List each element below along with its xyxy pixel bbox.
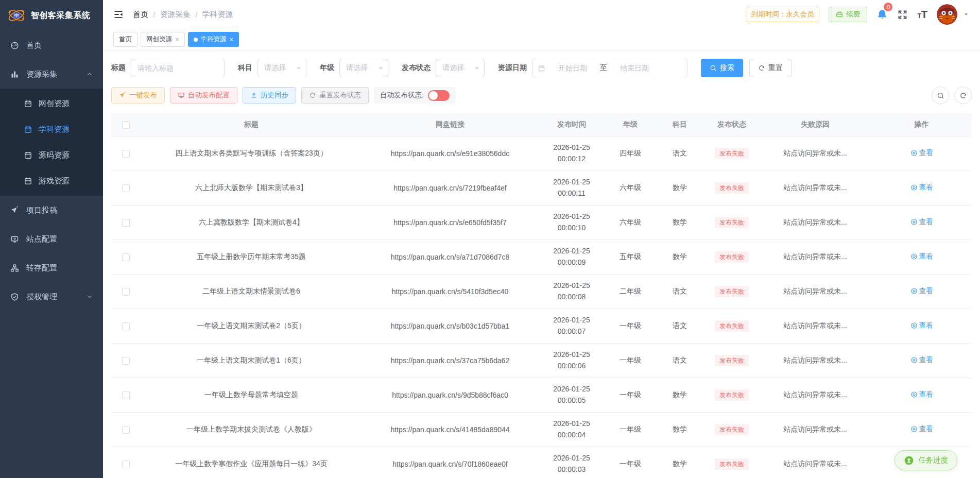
view-label: 查看 — [919, 424, 933, 434]
publish-date: 2026-01-25 — [541, 418, 603, 430]
history-sync-button[interactable]: 历史同步 — [243, 87, 296, 104]
chevron-down-icon — [87, 294, 93, 300]
column-header-标题: 标题 — [140, 113, 363, 136]
cell-status: 发布失败 — [704, 412, 759, 447]
expire-time-badge: 到期时间：永久会员 — [746, 7, 820, 22]
sidebar-item-home[interactable]: 首页 — [0, 31, 103, 60]
renew-button[interactable]: 续费 — [829, 7, 867, 22]
sidebar-item-source-code-resource[interactable]: 源码资源 — [0, 142, 103, 168]
view-label: 查看 — [919, 148, 933, 158]
calendar-icon — [24, 151, 32, 160]
auto-publish-toggle[interactable] — [428, 90, 450, 101]
cell-actions: 查看 — [871, 170, 972, 205]
status-badge: 发布失败 — [715, 424, 749, 435]
sidebar-item-subject-resource[interactable]: 学科资源 — [0, 116, 103, 142]
fullscreen-icon[interactable] — [897, 9, 908, 20]
row-checkbox[interactable] — [122, 391, 130, 399]
sidebar-item-site-config[interactable]: 站点配置 — [0, 225, 103, 253]
reset-publish-status-button[interactable]: 重置发布状态 — [301, 87, 369, 104]
start-date-input[interactable] — [547, 64, 598, 72]
notification-bell-icon[interactable]: 0 — [876, 9, 888, 22]
task-progress-button[interactable]: 任务进度 — [895, 450, 957, 470]
search-button[interactable]: 搜索 — [701, 59, 743, 77]
end-date-input[interactable] — [609, 64, 660, 72]
breadcrumb-item[interactable]: 首页 — [133, 10, 148, 20]
row-checkbox[interactable] — [122, 288, 130, 296]
cell-grade: 六年级 — [606, 205, 655, 240]
date-range-picker[interactable]: 至 — [532, 59, 687, 77]
status-filter-select[interactable]: 请选择 — [436, 59, 485, 77]
cell-status: 发布失败 — [704, 136, 759, 170]
cell-publish-time: 2026-01-2500:00:12 — [538, 136, 606, 170]
view-label: 查看 — [919, 252, 933, 261]
view-link[interactable]: 查看 — [910, 390, 933, 399]
breadcrumb-item: 资源采集 — [160, 10, 191, 20]
font-size-icon[interactable]: TT — [917, 9, 927, 21]
header-select-all-cell — [111, 113, 140, 136]
publish-clock: 00:00:03 — [541, 464, 603, 475]
grade-filter-label: 年级 — [320, 63, 334, 73]
column-header-发布时间: 发布时间 — [538, 113, 606, 136]
view-link[interactable]: 查看 — [910, 183, 933, 192]
row-checkbox[interactable] — [122, 150, 130, 158]
row-checkbox[interactable] — [122, 184, 130, 192]
table-refresh-icon[interactable] — [954, 87, 972, 104]
cell-title: 六上冀教版数学【期末测试卷4】 — [140, 205, 363, 240]
cell-fail-reason: 站点访问异常或未... — [759, 240, 871, 274]
table-row: 一年级上语文期末测试卷2（5页）https://pan.quark.cn/s/b… — [111, 309, 972, 343]
one-click-publish-button[interactable]: 一键发布 — [111, 87, 165, 104]
row-checkbox[interactable] — [122, 253, 130, 261]
app-logo-icon — [7, 6, 26, 25]
subject-filter-select[interactable]: 请选择 — [257, 59, 306, 77]
cell-subject: 数学 — [655, 240, 704, 274]
row-checkbox[interactable] — [122, 322, 130, 330]
column-header-失败原因: 失败原因 — [759, 113, 871, 136]
tab-学科资源[interactable]: 学科资源× — [188, 32, 239, 47]
sidebar-fold-icon[interactable] — [113, 9, 124, 20]
row-checkbox[interactable] — [122, 426, 130, 434]
reset-button[interactable]: 重置 — [749, 59, 792, 77]
tab-网创资源[interactable]: 网创资源× — [141, 32, 185, 47]
view-link[interactable]: 查看 — [910, 424, 933, 434]
sidebar-item-resource-collect[interactable]: 资源采集 — [0, 60, 103, 89]
grade-filter-select[interactable]: 请选择 — [339, 59, 388, 77]
view-link[interactable]: 查看 — [910, 217, 933, 227]
refresh-icon — [309, 92, 316, 99]
table-header: 标题网盘链接发布时间年级科目发布状态失败原因操作 — [111, 113, 972, 136]
auto-publish-config-button[interactable]: 自动发布配置 — [170, 87, 237, 104]
row-checkbox[interactable] — [122, 460, 130, 468]
view-link[interactable]: 查看 — [910, 321, 933, 330]
tab-首页[interactable]: 首页 — [113, 32, 137, 47]
sidebar-item-web-resource[interactable]: 网创资源 — [0, 91, 103, 116]
chevron-down-icon — [296, 65, 302, 71]
view-link[interactable]: 查看 — [910, 286, 933, 296]
cell-grade: 一年级 — [606, 378, 655, 412]
title-filter-input[interactable] — [131, 59, 225, 77]
cell-actions: 查看 — [871, 136, 972, 170]
dashboard-icon — [10, 41, 19, 50]
publish-clock: 00:00:06 — [541, 361, 603, 372]
row-checkbox[interactable] — [122, 357, 130, 365]
status-badge: 发布失败 — [715, 355, 749, 366]
tab-close-icon[interactable]: × — [175, 36, 179, 43]
table-row: 一年级上数学期末拔尖测试卷《人教版》https://pan.quark.cn/s… — [111, 412, 972, 447]
user-menu-caret-icon[interactable] — [962, 11, 970, 18]
upload-icon — [250, 92, 257, 99]
view-link[interactable]: 查看 — [910, 148, 933, 158]
table-search-icon[interactable] — [932, 87, 949, 104]
renew-label: 续费 — [846, 10, 860, 19]
cell-title: 一年级上数学寒假作业《应用题每日一练》34页 — [140, 447, 363, 478]
cell-title: 二年级上语文期末情景测试卷6 — [140, 274, 363, 309]
column-header-科目: 科目 — [655, 113, 704, 136]
user-avatar[interactable] — [937, 4, 957, 25]
select-all-checkbox[interactable] — [122, 121, 130, 129]
sidebar-item-game-resource[interactable]: 游戏资源 — [0, 168, 103, 194]
view-link[interactable]: 查看 — [910, 355, 933, 365]
sidebar-item-transfer-config[interactable]: 转存配置 — [0, 253, 103, 282]
sidebar-item-auth-manage[interactable]: 授权管理 — [0, 282, 103, 311]
view-link[interactable]: 查看 — [910, 252, 933, 261]
sidebar-item-project-submit[interactable]: 项目投稿 — [0, 196, 103, 225]
row-checkbox[interactable] — [122, 219, 130, 227]
tab-close-icon[interactable]: × — [230, 36, 234, 43]
eye-icon — [910, 287, 918, 295]
